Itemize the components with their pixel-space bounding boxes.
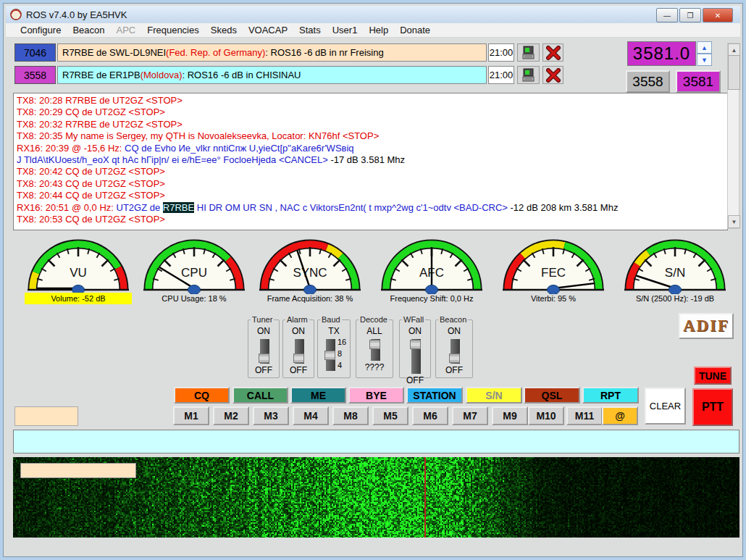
switch-top-label: TX — [318, 326, 350, 336]
switch-beacon[interactable]: BeaconONOFF — [435, 319, 473, 378]
announcement-frequency-badge[interactable]: 7046 — [14, 43, 56, 62]
title-bar: ROS v7.4.0 by EA5HVK — ❐ ✕ — [6, 6, 740, 24]
switch-baud[interactable]: BaudTX1684 — [317, 319, 351, 378]
switch-bottom-label: OFF — [436, 365, 472, 375]
macro-button-me[interactable]: ME — [290, 387, 346, 404]
frequency-up-icon[interactable]: ▲ — [697, 41, 712, 54]
svg-text:CPU: CPU — [181, 266, 207, 280]
memory-button-m9[interactable]: M9 — [492, 406, 528, 425]
switch-track[interactable] — [260, 339, 269, 364]
macro-button-rpt[interactable]: RPT — [582, 387, 639, 404]
frequency-down-icon[interactable]: ▼ — [697, 54, 712, 66]
close-button[interactable]: ✕ — [703, 8, 733, 22]
gauge-value-label: Frequency Shift: 0,0 Hz — [378, 293, 485, 304]
memory-button-m8[interactable]: M8 — [332, 406, 369, 425]
log-line: TX8: 20:43 CQ de UT2GZ <STOP> — [17, 178, 724, 190]
frequency-preset-3581[interactable]: 3581 — [676, 70, 721, 93]
switch-tuner[interactable]: TunerONOFF — [248, 319, 280, 378]
menu-item-voacap[interactable]: VOACAP — [243, 24, 293, 36]
switch-title: Alarm — [285, 315, 309, 324]
announcement-message[interactable]: R7RBE de ER1PB (Moldova): ROS16 -6 dB in… — [57, 66, 487, 84]
svg-text:FEC: FEC — [541, 266, 566, 280]
log-scrollbar[interactable]: ▲ ▼ — [727, 43, 739, 229]
memory-button-m11[interactable]: M11 — [566, 406, 603, 425]
menu-item-skeds[interactable]: Skeds — [205, 24, 243, 36]
switch-track[interactable] — [450, 339, 460, 364]
switch-knob[interactable] — [410, 340, 421, 349]
gauge-value-label: Viterbi: 95 % — [500, 293, 607, 304]
gauge-afc: AFCFrequency Shift: 0,0 Hz — [377, 236, 486, 309]
memory-button-m2[interactable]: M2 — [213, 406, 249, 425]
macro-button-sn[interactable]: S/N — [466, 387, 522, 404]
switch-knob[interactable] — [369, 340, 380, 349]
announcement-time: 21:00 — [488, 66, 514, 84]
macro-button-bye[interactable]: BYE — [348, 387, 404, 404]
memory-button-m6[interactable]: M6 — [412, 406, 448, 425]
announcement-frequency-badge[interactable]: 3558 — [14, 66, 56, 84]
announcement-text: (Fed. Rep. of Germany) — [166, 47, 265, 58]
rx-tx-log[interactable]: TX8: 20:28 R7RBE de UT2GZ <STOP>TX8: 20:… — [13, 93, 728, 230]
scrollbar-thumb[interactable] — [728, 55, 740, 90]
macro-button-call[interactable]: CALL — [232, 387, 288, 404]
gauge-vu: VUVolume: -52 dB — [24, 236, 133, 309]
log-line: TX8: 20:53 CQ de UT2GZ <STOP> — [17, 214, 724, 225]
switch-top-label: ON — [248, 326, 279, 336]
clear-button[interactable]: CLEAR — [645, 388, 686, 425]
menu-item-beacon[interactable]: Beacon — [67, 24, 110, 36]
memory-button-m10[interactable]: M10 — [528, 406, 564, 425]
menu-item-apc[interactable]: APC — [110, 24, 141, 36]
print-announcement-button[interactable] — [517, 66, 540, 84]
switch-decode[interactable]: DecodeALL???? — [356, 319, 393, 378]
switch-knob[interactable] — [324, 351, 335, 360]
gauge-value-label: Volume: -52 dB — [25, 293, 132, 304]
menu-item-stats[interactable]: Stats — [293, 24, 327, 36]
memory-button-m5[interactable]: M5 — [372, 406, 408, 425]
switch-title: Beacon — [438, 315, 468, 324]
announcement-text: : ROS16 -6 dB in CHISINAU — [182, 70, 301, 80]
menu-item-configure[interactable]: Configure — [14, 24, 67, 36]
frequency-display[interactable]: 3581.0 — [627, 41, 696, 66]
switch-title: Decode — [359, 315, 389, 324]
switch-knob[interactable] — [449, 354, 460, 363]
callsign-input[interactable] — [14, 406, 78, 426]
switch-top-label: ON — [283, 326, 314, 336]
memory-button-m4[interactable]: M4 — [293, 406, 329, 425]
svg-text:S/N: S/N — [665, 266, 685, 280]
switch-track[interactable] — [371, 339, 380, 361]
macro-button-qsl[interactable]: QSL — [524, 387, 580, 404]
menu-item-donate[interactable]: Donate — [394, 24, 436, 36]
switch-track[interactable] — [295, 339, 304, 364]
menu-item-help[interactable]: Help — [363, 24, 394, 36]
macro-button-cq[interactable]: CQ — [174, 387, 230, 404]
menu-item-user1[interactable]: User1 — [327, 24, 364, 36]
tune-button[interactable]: TUNE — [694, 367, 732, 385]
switch-track[interactable] — [326, 339, 335, 371]
memory-button-m1[interactable]: M1 — [173, 406, 209, 425]
switch-alarm[interactable]: AlarmONOFF — [282, 319, 314, 378]
gauge-fec: FECViterbi: 95 % — [499, 236, 608, 309]
memory-button-m3[interactable]: M3 — [253, 406, 289, 425]
memory-button-m7[interactable]: M7 — [452, 406, 488, 425]
delete-announcement-button[interactable] — [542, 66, 563, 84]
menu-item-frequencies[interactable]: Frequencies — [141, 24, 205, 36]
adif-button[interactable]: ADIF — [679, 313, 734, 339]
macro-button-station[interactable]: STATION — [406, 387, 463, 404]
delete-announcement-button[interactable] — [542, 43, 563, 62]
scroll-down-icon[interactable]: ▼ — [728, 215, 740, 228]
frequency-preset-3558[interactable]: 3558 — [626, 70, 670, 93]
switch-title: Baud — [320, 315, 342, 324]
switch-knob[interactable] — [293, 354, 304, 363]
switch-wfall[interactable]: WFallONOFF — [399, 319, 431, 378]
ptt-button[interactable]: PTT — [692, 388, 733, 426]
tx-text-input[interactable] — [13, 430, 739, 454]
switch-track[interactable] — [411, 339, 421, 374]
waterfall-display[interactable] — [13, 457, 739, 538]
maximize-button[interactable]: ❐ — [679, 8, 701, 22]
announcement-message[interactable]: R7RBE de SWL-DL9NEI (Fed. Rep. of German… — [57, 43, 487, 62]
memory-button-at[interactable]: @ — [602, 406, 638, 425]
switch-knob[interactable] — [259, 354, 269, 363]
minimize-button[interactable]: — — [656, 8, 678, 22]
svg-text:SYNC: SYNC — [293, 266, 327, 280]
print-announcement-button[interactable] — [517, 43, 540, 62]
delete-x-icon — [546, 68, 561, 83]
